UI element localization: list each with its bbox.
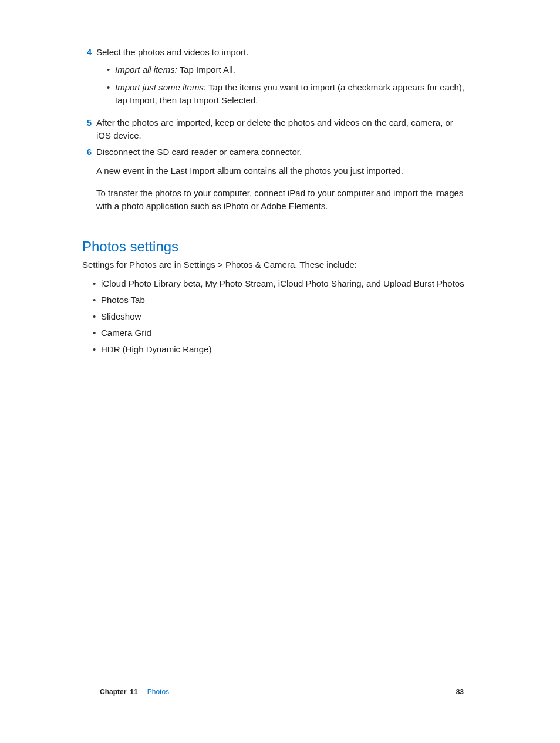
list-item: • Slideshow <box>82 310 470 323</box>
bullet-icon: • <box>93 294 101 307</box>
list-text: iCloud Photo Library beta, My Photo Stre… <box>101 277 464 290</box>
list-text: Slideshow <box>101 310 141 323</box>
step-6-para-1: A new event in the Last Import album con… <box>96 164 470 177</box>
step-number: 4 <box>82 46 96 113</box>
step-5: 5 After the photos are imported, keep or… <box>82 116 470 142</box>
sub-item: • Import just some items: Tap the items … <box>96 81 470 107</box>
list-text: HDR (High Dynamic Range) <box>101 343 211 356</box>
sub-body: Import all items: Tap Import All. <box>115 63 235 76</box>
footer-chapter-name: Photos <box>147 688 169 696</box>
footer-page-number: 83 <box>456 688 464 696</box>
list-item: • Photos Tab <box>82 294 470 307</box>
content-area: 4 Select the photos and videos to import… <box>82 46 470 359</box>
bullet-icon: • <box>93 327 101 339</box>
sub-rest: Tap Import All. <box>177 65 235 75</box>
footer-left: Chapter 11 Photos <box>100 688 169 696</box>
bullet-icon: • <box>107 63 115 76</box>
bullet-icon: • <box>93 343 101 356</box>
bullet-icon: • <box>93 277 101 290</box>
step-4-text: Select the photos and videos to import. <box>96 47 248 57</box>
sub-item: • Import all items: Tap Import All. <box>96 63 470 76</box>
list-item: • HDR (High Dynamic Range) <box>82 343 470 356</box>
step-6: 6 Disconnect the SD card reader or camer… <box>82 146 470 159</box>
section-intro: Settings for Photos are in Settings > Ph… <box>82 258 470 271</box>
sub-em: Import all items: <box>115 65 177 75</box>
step-4-sublist: • Import all items: Tap Import All. • Im… <box>96 63 470 107</box>
footer-chapter-number: 11 <box>130 688 137 696</box>
step-6-para-2: To transfer the photos to your computer,… <box>96 187 470 213</box>
step-text: After the photos are imported, keep or d… <box>96 116 470 142</box>
step-4: 4 Select the photos and videos to import… <box>82 46 470 113</box>
settings-list: • iCloud Photo Library beta, My Photo St… <box>82 277 470 356</box>
list-text: Photos Tab <box>101 294 145 307</box>
sub-em: Import just some items: <box>115 82 206 92</box>
list-item: • iCloud Photo Library beta, My Photo St… <box>82 277 470 290</box>
page: 4 Select the photos and videos to import… <box>0 0 560 743</box>
step-number: 6 <box>82 146 96 159</box>
bullet-icon: • <box>107 81 115 107</box>
page-footer: Chapter 11 Photos 83 <box>100 688 464 696</box>
section-heading-photos-settings: Photos settings <box>82 238 470 255</box>
step-text: Disconnect the SD card reader or camera … <box>96 146 302 159</box>
step-text: Select the photos and videos to import. … <box>96 46 470 113</box>
footer-chapter-label: Chapter <box>100 688 126 696</box>
bullet-icon: • <box>93 310 101 323</box>
list-text: Camera Grid <box>101 327 151 339</box>
list-item: • Camera Grid <box>82 327 470 339</box>
sub-body: Import just some items: Tap the items yo… <box>115 81 470 107</box>
step-number: 5 <box>82 116 96 142</box>
